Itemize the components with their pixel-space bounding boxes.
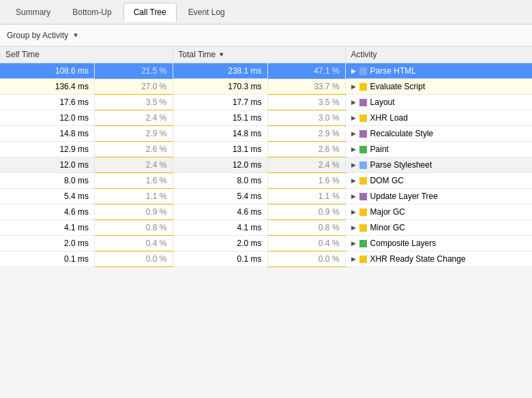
self-time-ms: 12.9 ms <box>0 142 95 157</box>
self-time-pct: 21.5 % <box>95 63 173 79</box>
tab-bottom-up[interactable]: Bottom-Up <box>62 3 121 21</box>
table-row[interactable]: 2.0 ms 0.4 % 2.0 ms 0.4 % ▶ Composite La… <box>0 236 532 251</box>
activity-cell: ▶ Minor GC <box>345 220 532 236</box>
table-row[interactable]: 14.8 ms 2.9 % 14.8 ms 2.9 % ▶ Recalculat… <box>0 126 532 142</box>
col-header-activity[interactable]: Activity <box>345 46 532 63</box>
table-row[interactable]: 5.4 ms 1.1 % 5.4 ms 1.1 % ▶ Update Layer… <box>0 189 532 204</box>
activity-name: Layout <box>370 97 395 107</box>
expand-arrow[interactable]: ▶ <box>351 224 356 231</box>
expand-arrow[interactable]: ▶ <box>351 114 356 121</box>
tab-event-log[interactable]: Event Log <box>178 3 235 21</box>
activity-name: Parse Stylesheet <box>370 160 432 170</box>
activity-cell: ▶ XHR Ready State Change <box>345 251 532 267</box>
col-header-total-time[interactable]: Total Time ▼ <box>173 46 345 63</box>
total-time-pct: 1.1 % <box>267 189 345 204</box>
expand-arrow[interactable]: ▶ <box>351 256 356 262</box>
tab-call-tree[interactable]: Call Tree <box>123 3 177 22</box>
expand-arrow[interactable]: ▶ <box>351 209 356 215</box>
total-time-ms: 15.1 ms <box>173 110 267 126</box>
table-header-row: Self Time Total Time ▼ Activity <box>0 46 532 63</box>
expand-arrow[interactable]: ▶ <box>351 240 356 247</box>
self-time-ms: 136.4 ms <box>0 79 95 95</box>
activity-color-dot <box>359 162 367 169</box>
activity-name: Minor GC <box>370 223 405 232</box>
table-row[interactable]: 136.4 ms 27.0 % 170.3 ms 33.7 % ▶ Evalua… <box>0 79 532 95</box>
total-time-pct: 0.8 % <box>267 220 345 236</box>
total-time-ms: 13.1 ms <box>173 142 267 157</box>
self-time-ms: 0.1 ms <box>0 251 95 267</box>
table-row[interactable]: 4.6 ms 0.9 % 4.6 ms 0.9 % ▶ Major GC <box>0 204 532 220</box>
activity-cell: ▶ Layout <box>345 95 532 110</box>
expand-arrow[interactable]: ▶ <box>351 83 356 90</box>
activity-color-dot <box>359 240 367 247</box>
self-time-ms: 14.8 ms <box>0 126 95 142</box>
activity-color-dot <box>359 146 367 153</box>
total-time-ms: 17.7 ms <box>173 95 267 110</box>
self-time-pct: 0.9 % <box>95 204 173 220</box>
total-time-pct: 0.9 % <box>267 204 345 220</box>
table-row[interactable]: 4.1 ms 0.8 % 4.1 ms 0.8 % ▶ Minor GC <box>0 220 532 236</box>
activity-name: Recalculate Style <box>370 129 434 138</box>
total-time-pct: 1.6 % <box>267 173 345 189</box>
total-time-pct: 3.0 % <box>267 110 345 126</box>
table-row[interactable]: 12.0 ms 2.4 % 12.0 ms 2.4 % ▶ Parse Styl… <box>0 157 532 173</box>
expand-arrow[interactable]: ▶ <box>351 162 356 168</box>
self-time-pct: 2.9 % <box>95 126 173 142</box>
self-time-ms: 5.4 ms <box>0 189 95 204</box>
activity-color-dot <box>359 177 367 185</box>
total-time-pct: 47.1 % <box>267 63 345 79</box>
data-table-container: Self Time Total Time ▼ Activity 108.6 ms… <box>0 46 532 398</box>
expand-arrow[interactable]: ▶ <box>351 67 356 74</box>
activity-cell: ▶ Paint <box>345 142 532 157</box>
table-row[interactable]: 8.0 ms 1.6 % 8.0 ms 1.6 % ▶ DOM GC <box>0 173 532 189</box>
self-time-ms: 17.6 ms <box>0 95 95 110</box>
self-time-ms: 108.6 ms <box>0 63 95 79</box>
table-row[interactable]: 0.1 ms 0.0 % 0.1 ms 0.0 % ▶ XHR Ready St… <box>0 251 532 267</box>
activity-name: XHR Load <box>370 113 408 123</box>
expand-arrow[interactable]: ▶ <box>351 146 356 153</box>
expand-arrow[interactable]: ▶ <box>351 99 356 106</box>
tab-summary[interactable]: Summary <box>5 3 61 21</box>
self-time-ms: 12.0 ms <box>0 157 95 173</box>
activity-cell: ▶ Evaluate Script <box>345 79 532 95</box>
activity-name: XHR Ready State Change <box>370 254 466 264</box>
total-time-ms: 14.8 ms <box>173 126 267 142</box>
group-by-bar: Group by Activity ▼ <box>0 25 532 46</box>
self-time-pct: 0.0 % <box>95 251 173 267</box>
expand-arrow[interactable]: ▶ <box>351 193 356 200</box>
table-row[interactable]: 108.6 ms 21.5 % 238.1 ms 47.1 % ▶ Parse … <box>0 63 532 79</box>
total-time-ms: 170.3 ms <box>173 79 267 95</box>
activity-cell: ▶ DOM GC <box>345 173 532 189</box>
self-time-pct: 1.6 % <box>95 173 173 189</box>
total-time-ms: 2.0 ms <box>173 236 267 251</box>
total-time-ms: 0.1 ms <box>173 251 267 267</box>
self-time-ms: 12.0 ms <box>0 110 95 126</box>
expand-arrow[interactable]: ▶ <box>351 177 356 184</box>
activity-color-dot <box>359 224 367 232</box>
self-time-ms: 8.0 ms <box>0 173 95 189</box>
self-time-pct: 1.1 % <box>95 189 173 204</box>
activity-color-dot <box>359 130 367 138</box>
total-time-pct: 2.4 % <box>267 157 345 173</box>
activity-cell: ▶ Parse HTML <box>345 63 532 79</box>
activity-color-dot <box>359 99 367 106</box>
total-time-ms: 238.1 ms <box>173 63 267 79</box>
activity-name: Composite Layers <box>370 239 437 248</box>
table-row[interactable]: 12.0 ms 2.4 % 15.1 ms 3.0 % ▶ XHR Load <box>0 110 532 126</box>
col-header-self-time[interactable]: Self Time <box>0 46 173 63</box>
total-time-ms: 4.1 ms <box>173 220 267 236</box>
total-time-pct: 3.5 % <box>267 95 345 110</box>
total-time-sort-arrow: ▼ <box>218 51 224 58</box>
table-row[interactable]: 17.6 ms 3.5 % 17.7 ms 3.5 % ▶ Layout <box>0 95 532 110</box>
expand-arrow[interactable]: ▶ <box>351 130 356 137</box>
activity-name: Evaluate Script <box>370 82 426 91</box>
activity-color-dot <box>359 193 367 200</box>
group-by-dropdown-arrow[interactable]: ▼ <box>72 31 79 39</box>
activity-name: Update Layer Tree <box>370 192 438 201</box>
group-by-label: Group by Activity <box>7 31 68 40</box>
total-time-pct: 0.4 % <box>267 236 345 251</box>
self-time-ms: 4.1 ms <box>0 220 95 236</box>
table-row[interactable]: 12.9 ms 2.6 % 13.1 ms 2.6 % ▶ Paint <box>0 142 532 157</box>
activity-cell: ▶ Parse Stylesheet <box>345 157 532 173</box>
total-time-pct: 2.6 % <box>267 142 345 157</box>
